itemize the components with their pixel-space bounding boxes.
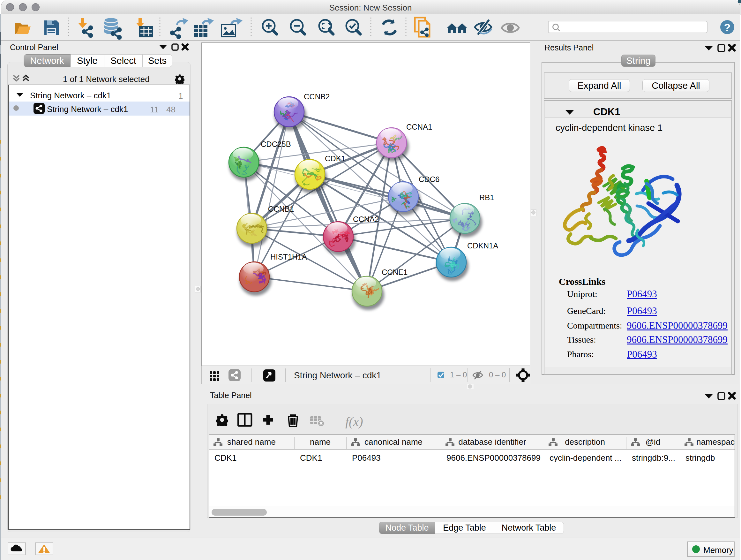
- svg-text:CDK1: CDK1: [325, 154, 345, 163]
- svg-text:HIST1H1A: HIST1H1A: [270, 253, 307, 261]
- svg-text:CCNA2: CCNA2: [353, 215, 379, 224]
- svg-text:CDKN1A: CDKN1A: [467, 241, 498, 250]
- svg-text:f(x): f(x): [345, 415, 363, 428]
- svg-text:CDC6: CDC6: [419, 175, 440, 184]
- svg-text:CCNA1: CCNA1: [406, 123, 432, 131]
- svg-text:CCNB2: CCNB2: [304, 92, 330, 101]
- svg-text:RB1: RB1: [479, 193, 494, 202]
- svg-text:1 – 0: 1 – 0: [450, 370, 467, 379]
- svg-text:CCNE1: CCNE1: [382, 268, 408, 276]
- svg-text:?: ?: [724, 21, 731, 34]
- svg-text:CDC25B: CDC25B: [261, 140, 291, 148]
- svg-text:CCNB1: CCNB1: [268, 205, 294, 213]
- svg-text:0 – 0: 0 – 0: [489, 370, 506, 379]
